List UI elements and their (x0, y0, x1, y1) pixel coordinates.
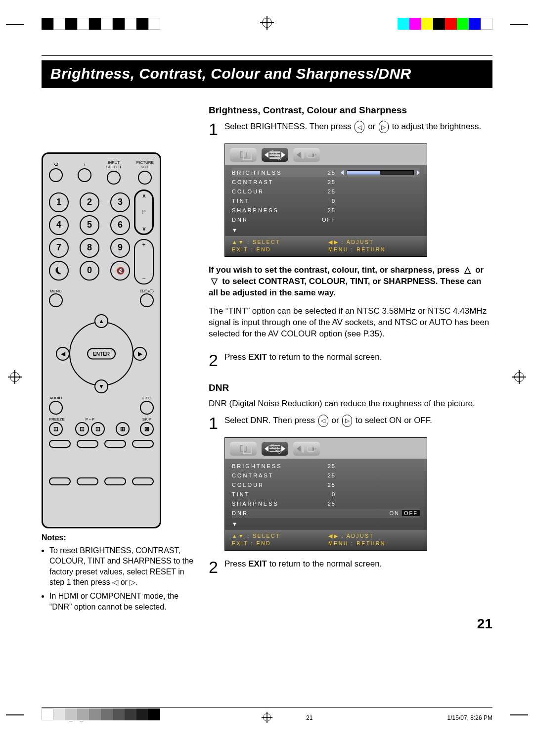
rule (42, 707, 492, 708)
osd-row-value: 25 (306, 501, 336, 507)
enter-button[interactable]: ENTER (87, 348, 116, 360)
osd-scroll-down-icon: ▼ (232, 227, 420, 233)
step-text: Select BRIGHTNESS. Then press (224, 122, 354, 131)
crosshair-icon (8, 370, 22, 386)
notes-heading: Notes: (42, 532, 195, 543)
crop-mark (6, 714, 24, 715)
pp-button-a[interactable]: ⊡ (75, 422, 89, 436)
keypad-4[interactable]: 4 (49, 215, 69, 235)
exit-button[interactable] (140, 401, 154, 415)
extra-button[interactable] (132, 477, 154, 485)
osd-row-value: 25 (306, 463, 336, 469)
volume-rocker[interactable]: + − (134, 239, 154, 284)
right-arrow-icon: ▷ (379, 121, 389, 133)
sleep-button[interactable]: ⏾ (49, 261, 69, 281)
keypad-0[interactable]: 0 (80, 261, 99, 281)
keypad-5[interactable]: 5 (80, 215, 99, 235)
dpad-down-button[interactable]: ▼ (94, 379, 108, 393)
left-arrow-icon: ◁ (318, 415, 328, 427)
dnr-step-2: 2 Press EXIT to return to the normal scr… (209, 559, 492, 575)
osd-row-value: 25 (306, 207, 336, 213)
extra-button[interactable] (49, 477, 71, 485)
extra-button[interactable] (104, 477, 126, 485)
crop-mark (6, 24, 24, 25)
osd-hint: ◀▶ : ADJUST (328, 533, 420, 539)
osd-hint: ◀▶ : ADJUST (328, 239, 420, 245)
red-button[interactable] (49, 440, 71, 448)
mute-button[interactable]: 🔇 (110, 261, 130, 281)
channel-label: P (142, 209, 146, 215)
instruction-bold: If you wish to set the contrast, colour,… (209, 265, 492, 299)
osd-row: DNRON OFF (232, 509, 420, 518)
audio-label: AUDIO (49, 396, 63, 401)
step-text: or (368, 122, 378, 131)
green-button[interactable] (77, 440, 98, 448)
teletext-button[interactable]: ⊞ (116, 422, 130, 436)
osd-row-label: DNR (232, 510, 306, 516)
dnr-step-1: 1 Select DNR. Then press ◁ or ▷ to selec… (209, 415, 492, 431)
section-heading: DNR (209, 382, 492, 393)
extra-buttons-row (49, 477, 154, 485)
osd-row-label: BRIGHTNESS (232, 170, 306, 176)
info-button[interactable] (78, 168, 91, 182)
osd-row-value: 0 (306, 491, 336, 497)
remote-control-illustration: ⏻ i INPUT SELECT PICTURE SIZE (42, 152, 161, 528)
dpad-right-button[interactable]: ▶ (133, 347, 147, 361)
dpad: ▲ ▼ ◀ ▶ ENTER (49, 314, 154, 393)
dpad-left-button[interactable]: ◀ (56, 347, 70, 361)
section-heading: Brightness, Contrast, Colour and Sharpne… (209, 105, 492, 116)
osd-row-value: 25 (306, 179, 336, 185)
extra-button[interactable] (77, 477, 98, 485)
step-text: or (331, 416, 341, 425)
volume-up-icon: + (142, 241, 145, 248)
osd-row-value: 25 (306, 482, 336, 488)
printer-marks-bottom (0, 709, 534, 738)
step-number: 2 (209, 559, 220, 575)
keypad-6[interactable]: 6 (110, 215, 130, 235)
skip-button[interactable]: ⊠ (140, 422, 154, 436)
rule (42, 55, 492, 56)
osd-row: BRIGHTNESS25 (232, 462, 420, 471)
osd-row: DNROFF (232, 215, 420, 224)
exit-label: EXIT (140, 396, 154, 401)
osd-row-label: SHARPNESS (232, 207, 306, 213)
osd-row: CONTRAST25 (232, 177, 420, 187)
keypad-2[interactable]: 2 (80, 192, 99, 212)
osd-hint: MENU : RETURN (328, 246, 420, 252)
step-text: to adjust the brightness. (392, 122, 482, 131)
step-text: to return to the normal screen. (267, 352, 382, 362)
input-select-button[interactable] (107, 171, 121, 185)
keypad-1[interactable]: 1 (49, 192, 69, 212)
picture-size-button[interactable] (138, 171, 152, 185)
step-number: 1 (209, 415, 220, 431)
osd-tab-adjust-icon (262, 148, 288, 162)
osd-row-label: COLOUR (232, 482, 306, 488)
freeze-button[interactable]: ⊡ (49, 422, 63, 436)
dnr-intro: DNR (Digital Noise Reduction) can reduce… (209, 398, 492, 410)
osd-menu-screenshot: BRIGHTNESS25CONTRAST25COLOUR25TINT0SHARP… (224, 437, 427, 551)
keypad-9[interactable]: 9 (110, 238, 130, 258)
osd-row-value: ON OFF (389, 510, 420, 516)
blue-button[interactable] (132, 440, 154, 448)
osd-row: TINT0 (232, 196, 420, 205)
dpad-up-button[interactable]: ▲ (94, 314, 108, 328)
pp-button-b[interactable]: ⊡ (91, 422, 105, 436)
note-item: In HDMI or COMPONENT mode, the “DNR” opt… (49, 591, 195, 612)
menu-button[interactable] (49, 293, 63, 307)
osd-menu-screenshot: BRIGHTNESS25CONTRAST25COLOUR25TINT0SHARP… (224, 143, 427, 257)
keypad-3[interactable]: 3 (110, 192, 130, 212)
keypad-7[interactable]: 7 (49, 238, 69, 258)
power-button[interactable] (49, 168, 63, 182)
osd-hint: MENU : RETURN (328, 540, 420, 546)
audio-button[interactable] (49, 401, 63, 415)
page-title: Brightness, Contrast, Colour and Sharpne… (42, 60, 492, 88)
mode-button[interactable] (140, 293, 154, 307)
notes-block: Notes: To reset BRIGHTNESS, CONTRAST, CO… (42, 532, 195, 612)
yellow-button[interactable] (104, 440, 126, 448)
osd-row-label: COLOUR (232, 189, 306, 194)
channel-rocker[interactable]: ∧ P ∨ (134, 189, 154, 235)
osd-row-label: BRIGHTNESS (232, 463, 306, 469)
volume-down-icon: − (142, 275, 145, 282)
osd-row-label: CONTRAST (232, 179, 306, 185)
keypad-8[interactable]: 8 (80, 238, 99, 258)
